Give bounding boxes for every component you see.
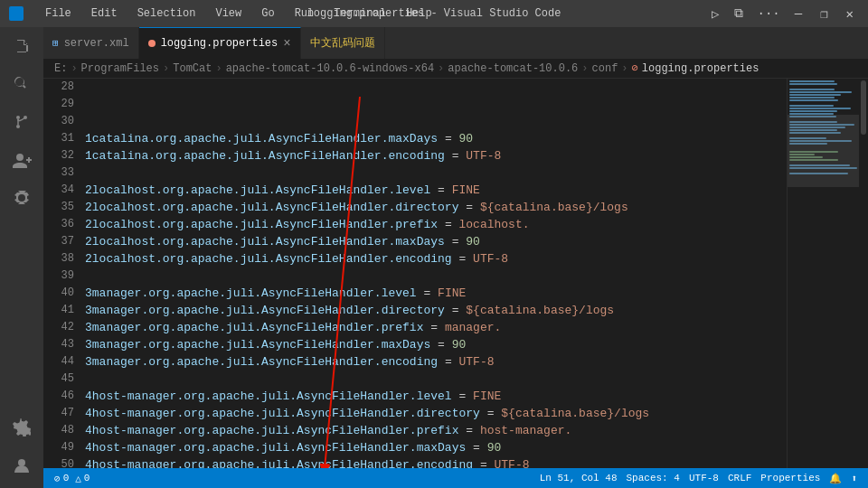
tab-logging-properties-label: logging.properties xyxy=(161,37,278,50)
status-line-ending[interactable]: CRLF xyxy=(724,473,755,484)
tab-chinese-issue[interactable]: 中文乱码问题 xyxy=(301,27,385,59)
code-line-35[interactable]: 2localhost.org.apache.juli.AsyncFileHand… xyxy=(85,250,787,267)
code-container[interactable]: 2829303132333435363738394041424344454647… xyxy=(43,79,787,468)
minimap-line xyxy=(789,80,835,82)
breadcrumb-programfiles: ProgramFiles xyxy=(81,62,159,75)
minimize-button[interactable]: — xyxy=(789,5,807,23)
code-line-30[interactable] xyxy=(85,164,787,182)
status-bar-right: Ln 51, Col 48 Spaces: 4 UTF-8 CRLF Prope… xyxy=(536,473,861,484)
status-position[interactable]: Ln 51, Col 48 xyxy=(536,473,621,484)
breadcrumb-filename: logging.properties xyxy=(642,62,760,75)
minimap xyxy=(787,79,859,468)
tab-server-xml-label: server.xml xyxy=(64,37,129,50)
code-line-38[interactable]: 3manager.org.apache.juli.AsyncFileHandle… xyxy=(85,302,787,319)
code-line-42[interactable] xyxy=(85,371,787,388)
minimap-line xyxy=(789,108,851,109)
split-editor-icon[interactable]: ⧉ xyxy=(729,5,749,23)
title-bar-actions[interactable]: ▷ ⧉ ··· — ❐ ✕ xyxy=(706,5,859,23)
error-icon: ⊘ xyxy=(54,473,61,484)
line-numbers: 2829303132333435363738394041424344454647… xyxy=(43,79,81,468)
minimap-slider[interactable] xyxy=(788,115,859,187)
main-layout: ⊞ server.xml logging.properties × 中文乱码问题… xyxy=(0,27,868,488)
code-line-37[interactable]: 3manager.org.apache.juli.AsyncFileHandle… xyxy=(85,285,787,302)
maximize-button[interactable]: ❐ xyxy=(815,5,833,23)
svg-point-1 xyxy=(16,125,20,128)
code-line-32[interactable]: 2localhost.org.apache.juli.AsyncFileHand… xyxy=(85,199,787,216)
minimap-line xyxy=(789,99,838,101)
menu-go[interactable]: Go xyxy=(258,5,278,22)
minimap-line xyxy=(789,97,835,99)
activity-source-control[interactable] xyxy=(6,107,37,137)
minimap-line xyxy=(789,94,841,96)
code-line-31[interactable]: 2localhost.org.apache.juli.AsyncFileHand… xyxy=(85,182,787,199)
server-xml-icon: ⊞ xyxy=(52,37,59,49)
vscode-logo xyxy=(9,6,24,21)
vertical-scrollbar[interactable] xyxy=(859,79,868,468)
tabs-bar: ⊞ server.xml logging.properties × 中文乱码问题 xyxy=(43,27,868,59)
activity-extensions[interactable] xyxy=(6,145,37,175)
activity-bar-bottom xyxy=(6,412,37,488)
more-actions-icon[interactable]: ··· xyxy=(752,5,786,23)
tab-server-xml[interactable]: ⊞ server.xml xyxy=(43,27,139,59)
content-area: ⊞ server.xml logging.properties × 中文乱码问题… xyxy=(43,27,868,488)
logging-properties-error-dot xyxy=(148,40,156,47)
scrollbar-thumb-vertical[interactable] xyxy=(861,80,866,135)
code-line-29[interactable]: 1catalina.org.apache.juli.AsyncFileHandl… xyxy=(85,147,787,164)
error-count: 0 xyxy=(63,473,70,483)
minimap-line xyxy=(789,89,835,90)
activity-bar xyxy=(0,27,43,488)
menu-edit[interactable]: Edit xyxy=(88,5,121,22)
minimap-line xyxy=(789,83,837,85)
code-line-34[interactable]: 2localhost.org.apache.juli.AsyncFileHand… xyxy=(85,233,787,250)
warning-count: 0 xyxy=(84,473,90,483)
code-line-33[interactable]: 2localhost.org.apache.juli.AsyncFileHand… xyxy=(85,216,787,233)
code-line-40[interactable]: 3manager.org.apache.juli.AsyncFileHandle… xyxy=(85,336,787,353)
code-lines[interactable]: 1catalina.org.apache.juli.AsyncFileHandl… xyxy=(81,79,787,468)
menu-file[interactable]: File xyxy=(42,5,75,22)
bell-icon: 🔔 xyxy=(829,473,842,484)
menu-selection[interactable]: Selection xyxy=(134,5,200,22)
code-line-44[interactable]: 4host-manager.org.apache.juli.AsyncFileH… xyxy=(85,405,787,422)
title-bar: File Edit Selection View Go Run Terminal… xyxy=(0,0,868,27)
status-language[interactable]: Properties xyxy=(757,473,824,484)
code-line-36[interactable] xyxy=(85,267,787,285)
status-spaces[interactable]: Spaces: 4 xyxy=(623,473,684,484)
breadcrumb: E: › ProgramFiles › TomCat › apache-tomc… xyxy=(43,59,868,79)
activity-search[interactable] xyxy=(6,69,37,99)
tab-logging-close-button[interactable]: × xyxy=(283,37,290,50)
warning-icon: △ xyxy=(75,473,81,484)
breadcrumb-tomcat: TomCat xyxy=(173,62,212,75)
code-line-39[interactable]: 3manager.org.apache.juli.AsyncFileHandle… xyxy=(85,319,787,336)
breadcrumb-error-icon: ⊘ xyxy=(632,61,638,75)
code-line-46[interactable]: 4host-manager.org.apache.juli.AsyncFileH… xyxy=(85,439,787,456)
run-icon[interactable]: ▷ xyxy=(706,5,724,23)
status-errors[interactable]: ⊘ 0 △ 0 xyxy=(51,473,93,484)
window-controls[interactable]: — ❐ ✕ xyxy=(789,5,859,23)
svg-point-4 xyxy=(18,459,25,466)
tab-chinese-issue-label: 中文乱码问题 xyxy=(310,35,375,51)
menu-view[interactable]: View xyxy=(212,5,245,22)
breadcrumb-e: E: xyxy=(54,62,67,75)
window-title: logging.properties - Visual Studio Code xyxy=(307,7,561,20)
activity-settings[interactable] xyxy=(6,412,37,443)
minimap-line xyxy=(789,91,852,93)
status-notifications[interactable]: 🔔 xyxy=(826,473,845,484)
minimap-line xyxy=(789,105,834,107)
code-line-45[interactable]: 4host-manager.org.apache.juli.AsyncFileH… xyxy=(85,422,787,439)
breadcrumb-tomcat-zip: apache-tomcat-10.0.6-windows-x64 xyxy=(226,62,434,75)
minimap-line xyxy=(789,110,837,112)
breadcrumb-conf: conf xyxy=(592,62,618,75)
activity-account[interactable] xyxy=(6,450,37,481)
code-line-47[interactable]: 4host-manager.org.apache.juli.AsyncFileH… xyxy=(85,456,787,468)
tab-logging-properties[interactable]: logging.properties × xyxy=(139,27,301,59)
code-line-43[interactable]: 4host-manager.org.apache.juli.AsyncFileH… xyxy=(85,388,787,405)
editor-area: 2829303132333435363738394041424344454647… xyxy=(43,79,868,468)
activity-debug[interactable] xyxy=(6,183,37,213)
remote-icon: ⬆ xyxy=(851,473,857,484)
status-remote[interactable]: ⬆ xyxy=(847,473,861,484)
close-button[interactable]: ✕ xyxy=(841,5,859,23)
code-line-28[interactable]: 1catalina.org.apache.juli.AsyncFileHandl… xyxy=(85,130,787,147)
code-line-41[interactable]: 3manager.org.apache.juli.AsyncFileHandle… xyxy=(85,353,787,371)
status-encoding[interactable]: UTF-8 xyxy=(685,473,722,484)
activity-explorer[interactable] xyxy=(6,31,37,61)
